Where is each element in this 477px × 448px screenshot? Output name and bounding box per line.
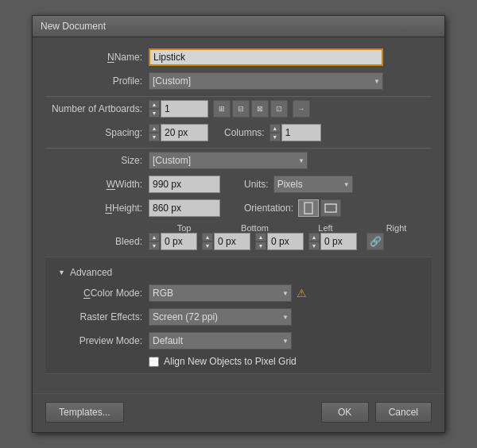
align-checkbox[interactable] bbox=[149, 357, 159, 367]
bleed-label: Bleed: bbox=[45, 236, 149, 247]
advanced-header[interactable]: ▼ Advanced bbox=[58, 267, 432, 278]
color-mode-select-wrapper: RGB CMYK bbox=[149, 284, 292, 302]
columns-spinner-btns: ▲ ▼ bbox=[270, 124, 281, 141]
bleed-bottom-input[interactable] bbox=[214, 233, 250, 250]
profile-select[interactable]: [Custom] bbox=[149, 72, 383, 90]
advanced-arrow-icon: ▼ bbox=[58, 268, 65, 276]
bleed-top-label: Top bbox=[149, 223, 219, 233]
orientation-label: Orientation: bbox=[244, 203, 293, 214]
bleed-left-label: Left bbox=[290, 223, 361, 233]
profile-select-wrapper: [Custom] bbox=[149, 72, 383, 90]
bleed-top-decrement[interactable]: ▼ bbox=[149, 241, 160, 250]
columns-value-input[interactable] bbox=[281, 124, 321, 141]
bleed-top-spinner-btns: ▲ ▼ bbox=[149, 233, 160, 250]
columns-increment[interactable]: ▲ bbox=[270, 124, 281, 133]
align-checkbox-row: Align New Objects to Pixel Grid bbox=[149, 356, 432, 367]
size-row: Size: [Custom] bbox=[45, 152, 432, 169]
color-mode-row: CColor Mode: RGB CMYK ⚠ bbox=[45, 284, 432, 302]
templates-button[interactable]: Templates... bbox=[45, 402, 124, 423]
width-input[interactable] bbox=[149, 176, 220, 193]
align-checkbox-label: Align New Objects to Pixel Grid bbox=[164, 356, 297, 367]
bleed-right-label: Right bbox=[361, 223, 432, 233]
bleed-right-decrement[interactable]: ▼ bbox=[308, 241, 320, 250]
bleed-left-spinner: ▲ ▼ bbox=[255, 233, 304, 250]
separator-1 bbox=[45, 96, 432, 97]
ok-button[interactable]: OK bbox=[321, 402, 369, 423]
bleed-inputs-row: Bleed: ▲ ▼ ▲ ▼ bbox=[45, 233, 432, 250]
name-row: NName: bbox=[45, 48, 432, 66]
name-label: NName: bbox=[45, 52, 149, 63]
bleed-top-input[interactable] bbox=[161, 233, 197, 250]
size-label: Size: bbox=[45, 155, 149, 166]
artboard-icons: ⊞ ⊟ ⊠ ⊡ → bbox=[213, 100, 310, 118]
bleed-top-increment[interactable]: ▲ bbox=[149, 233, 160, 241]
preview-mode-select[interactable]: Default Pixel Overprint bbox=[149, 332, 292, 350]
width-units-row: WWidth: Units: Pixels Inches Centimeters bbox=[45, 176, 432, 193]
cancel-button[interactable]: Cancel bbox=[375, 402, 432, 423]
bleed-column-labels: Top Bottom Left Right bbox=[149, 223, 432, 233]
bleed-inputs: ▲ ▼ ▲ ▼ ▲ ▼ bbox=[149, 233, 384, 250]
profile-label: Profile: bbox=[45, 75, 149, 87]
bleed-left-increment[interactable]: ▲ bbox=[255, 233, 266, 241]
preview-mode-label: Preview Mode: bbox=[45, 335, 149, 346]
advanced-label: Advanced bbox=[70, 267, 112, 278]
advanced-section: ▼ Advanced CColor Mode: RGB CMYK ⚠ bbox=[45, 257, 432, 374]
bleed-left-decrement[interactable]: ▼ bbox=[255, 241, 266, 250]
spacing-increment[interactable]: ▲ bbox=[149, 124, 160, 133]
raster-effects-label: Raster Effects: bbox=[45, 311, 149, 322]
height-input[interactable] bbox=[149, 199, 220, 217]
artboards-decrement[interactable]: ▼ bbox=[149, 109, 160, 118]
columns-decrement[interactable]: ▼ bbox=[270, 133, 281, 141]
preview-mode-row: Preview Mode: Default Pixel Overprint bbox=[45, 332, 432, 350]
bleed-link-icon[interactable]: 🔗 bbox=[366, 233, 384, 250]
spacing-label: Spacing: bbox=[45, 127, 149, 138]
bleed-bottom-decrement[interactable]: ▼ bbox=[202, 241, 213, 250]
portrait-button[interactable] bbox=[298, 199, 319, 217]
color-mode-label: CColor Mode: bbox=[45, 288, 149, 299]
raster-effects-row: Raster Effects: Screen (72 ppi) Medium (… bbox=[45, 308, 432, 326]
height-orientation-row: HHeight: Orientation: bbox=[45, 199, 432, 217]
dialog-body: NName: Profile: [Custom] Number of Artbo… bbox=[33, 37, 444, 390]
warning-icon: ⚠ bbox=[297, 287, 307, 299]
artboard-arrange-icon[interactable]: → bbox=[293, 100, 310, 118]
columns-label: Columns: bbox=[224, 127, 265, 138]
color-mode-select[interactable]: RGB CMYK bbox=[149, 284, 292, 302]
artboards-label: Number of Artboards: bbox=[45, 103, 149, 114]
separator-2 bbox=[45, 148, 432, 149]
width-label: WWidth: bbox=[45, 179, 149, 190]
columns-spinner: ▲ ▼ bbox=[270, 124, 321, 141]
artboard-grid-3-icon[interactable]: ⊠ bbox=[251, 100, 269, 118]
right-buttons: OK Cancel bbox=[321, 402, 432, 423]
raster-effects-select[interactable]: Screen (72 ppi) Medium (150 ppi) High (3… bbox=[149, 308, 292, 326]
artboard-grid-2-icon[interactable]: ⊟ bbox=[232, 100, 250, 118]
spacing-spinner: ▲ ▼ bbox=[149, 124, 208, 141]
name-input[interactable] bbox=[149, 48, 383, 66]
bleed-right-increment[interactable]: ▲ bbox=[308, 233, 320, 241]
artboard-grid-1-icon[interactable]: ⊞ bbox=[213, 100, 231, 118]
spacing-value-input[interactable] bbox=[161, 124, 208, 141]
bleed-bottom-spinner-btns: ▲ ▼ bbox=[202, 233, 213, 250]
artboards-row: Number of Artboards: ▲ ▼ ⊞ ⊟ ⊠ ⊡ → bbox=[45, 100, 432, 118]
bleed-bottom-increment[interactable]: ▲ bbox=[202, 233, 213, 241]
height-label: HHeight: bbox=[45, 203, 149, 214]
portrait-icon bbox=[304, 202, 313, 214]
raster-effects-select-wrapper: Screen (72 ppi) Medium (150 ppi) High (3… bbox=[149, 308, 292, 326]
preview-mode-select-wrapper: Default Pixel Overprint bbox=[149, 332, 292, 350]
units-label: Units: bbox=[244, 179, 269, 190]
artboards-increment[interactable]: ▲ bbox=[149, 100, 160, 109]
spacing-decrement[interactable]: ▼ bbox=[149, 133, 160, 141]
units-select[interactable]: Pixels Inches Centimeters bbox=[273, 176, 353, 193]
new-document-dialog: New Document NName: Profile: [Custom] bbox=[32, 15, 445, 433]
bleed-left-input[interactable] bbox=[267, 233, 304, 250]
size-select[interactable]: [Custom] bbox=[149, 152, 308, 169]
dialog-footer: Templates... OK Cancel bbox=[33, 393, 444, 432]
svg-rect-1 bbox=[325, 204, 336, 212]
title-bar: New Document bbox=[33, 16, 444, 37]
landscape-button[interactable] bbox=[320, 199, 341, 217]
dialog-title: New Document bbox=[41, 21, 106, 32]
artboards-value-input[interactable] bbox=[161, 100, 208, 118]
artboard-grid-4-icon[interactable]: ⊡ bbox=[270, 100, 288, 118]
bleed-right-input[interactable] bbox=[320, 233, 357, 250]
bleed-bottom-label: Bottom bbox=[219, 223, 290, 233]
bleed-right-spinner-btns: ▲ ▼ bbox=[308, 233, 320, 250]
